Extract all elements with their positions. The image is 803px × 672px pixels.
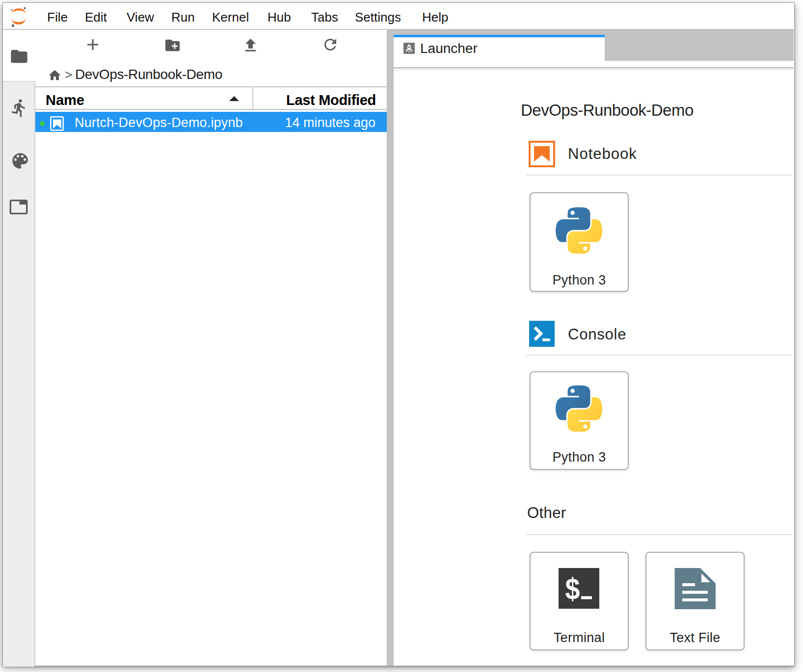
svg-text:$: $ [565,571,580,605]
